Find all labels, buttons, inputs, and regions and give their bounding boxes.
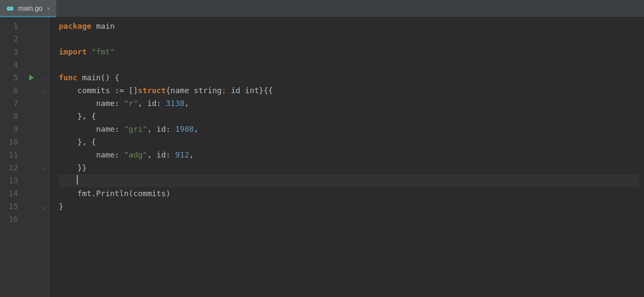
close-icon[interactable]: × bbox=[47, 5, 50, 12]
fold-icon[interactable] bbox=[41, 203, 47, 209]
code-line[interactable]: fmt.Println(commits) bbox=[59, 187, 644, 200]
code-line[interactable]: func main() { bbox=[59, 71, 644, 84]
text-cursor bbox=[77, 175, 78, 185]
gutter-row bbox=[26, 213, 49, 226]
code-line[interactable]: }} bbox=[59, 161, 644, 174]
svg-point-3 bbox=[11, 8, 12, 9]
svg-point-1 bbox=[9, 6, 13, 10]
code-line[interactable]: import "fmt" bbox=[59, 45, 644, 58]
fold-icon[interactable] bbox=[41, 75, 47, 81]
go-file-icon bbox=[6, 6, 14, 12]
code-line[interactable]: package main bbox=[59, 20, 644, 33]
line-number-gutter: 12345678910111213141516 bbox=[0, 17, 26, 297]
gutter-row bbox=[26, 71, 49, 84]
tab-filename: main.go bbox=[18, 5, 43, 12]
gutter-row bbox=[26, 58, 49, 71]
code-line[interactable] bbox=[59, 33, 644, 45]
fold-icon[interactable] bbox=[41, 88, 47, 94]
code-line[interactable] bbox=[59, 213, 644, 226]
gutter-row bbox=[26, 33, 49, 45]
line-number: 1 bbox=[0, 20, 18, 33]
line-number: 7 bbox=[0, 97, 18, 110]
gutter-row bbox=[26, 97, 49, 110]
gutter-row bbox=[26, 148, 49, 161]
gutter-row bbox=[26, 20, 49, 33]
gutter-row bbox=[26, 136, 49, 148]
code-line[interactable] bbox=[59, 58, 644, 71]
code-area[interactable]: package mainimport "fmt"func main() { co… bbox=[49, 17, 644, 297]
line-number: 5 bbox=[0, 71, 18, 84]
code-line[interactable]: name: "r", id: 3138, bbox=[59, 97, 644, 110]
run-icon[interactable] bbox=[29, 75, 34, 81]
scrollbar[interactable] bbox=[639, 17, 644, 297]
gutter-row bbox=[26, 161, 49, 174]
line-number: 15 bbox=[0, 200, 18, 213]
line-number: 13 bbox=[0, 174, 18, 187]
line-number: 12 bbox=[0, 161, 18, 174]
gutter-icons bbox=[26, 17, 49, 297]
line-number: 16 bbox=[0, 213, 18, 226]
code-line[interactable] bbox=[59, 174, 644, 187]
code-line[interactable]: } bbox=[59, 200, 644, 213]
line-number: 3 bbox=[0, 45, 18, 58]
line-number: 6 bbox=[0, 84, 18, 97]
line-number: 8 bbox=[0, 110, 18, 123]
code-line[interactable]: }, { bbox=[59, 110, 644, 123]
line-number: 10 bbox=[0, 136, 18, 148]
gutter-row bbox=[26, 123, 49, 136]
line-number: 11 bbox=[0, 148, 18, 161]
line-number: 4 bbox=[0, 58, 18, 71]
code-line[interactable]: name: "adg", id: 912, bbox=[59, 148, 644, 161]
svg-point-2 bbox=[8, 8, 9, 9]
file-tab[interactable]: main.go × bbox=[0, 0, 56, 17]
fold-icon[interactable] bbox=[41, 165, 47, 171]
code-line[interactable]: }, { bbox=[59, 136, 644, 148]
line-number: 9 bbox=[0, 123, 18, 136]
gutter-row bbox=[26, 174, 49, 187]
gutter-row bbox=[26, 84, 49, 97]
tab-bar: main.go × bbox=[0, 0, 644, 17]
code-line[interactable]: commits := []struct{name string; id int}… bbox=[59, 84, 644, 97]
gutter-row bbox=[26, 200, 49, 213]
line-number: 14 bbox=[0, 187, 18, 200]
line-number: 2 bbox=[0, 33, 18, 45]
gutter-row bbox=[26, 110, 49, 123]
code-editor[interactable]: 12345678910111213141516 package mainimpo… bbox=[0, 17, 644, 297]
gutter-row bbox=[26, 187, 49, 200]
code-line[interactable]: name: "gri", id: 1908, bbox=[59, 123, 644, 136]
gutter-row bbox=[26, 45, 49, 58]
